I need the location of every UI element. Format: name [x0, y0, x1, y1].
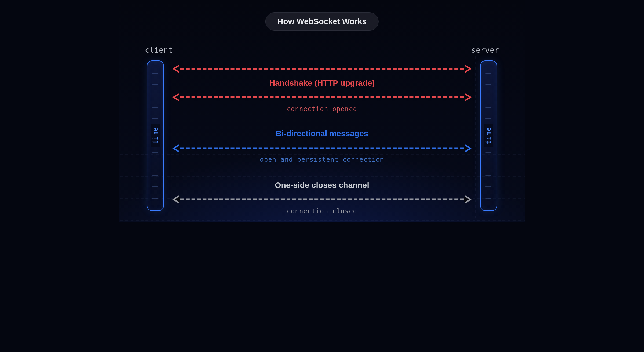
close-sub: connection closed	[172, 207, 472, 215]
client-label: client	[145, 46, 173, 55]
arrow-right-icon	[465, 195, 472, 204]
server-timebar-label: time	[484, 124, 493, 147]
bidir-sub: open and persistent connection	[172, 156, 472, 163]
arrow-right-icon	[465, 93, 472, 102]
bidir-title: Bi-directional messages	[172, 129, 472, 138]
close-arrow	[172, 193, 472, 206]
arrow-right-icon	[465, 144, 472, 153]
client-timebar-label: time	[151, 124, 160, 147]
arrow-right-icon	[465, 64, 472, 73]
arrow-left-icon	[172, 93, 179, 102]
handshake-arrow-2	[172, 91, 472, 104]
server-timebar: time	[480, 60, 497, 211]
close-title: One-side closes channel	[172, 181, 472, 190]
arrow-left-icon	[172, 144, 179, 153]
arrow-left-icon	[172, 64, 179, 73]
client-timebar: time	[147, 60, 164, 211]
handshake-title: Handshake (HTTP upgrade)	[172, 78, 472, 88]
bidir-arrow	[172, 142, 472, 155]
diagram-title: How WebSocket Works	[265, 12, 379, 31]
websocket-diagram: How WebSocket Works client server time t…	[119, 0, 525, 222]
handshake-sub: connection opened	[172, 105, 472, 113]
server-label: server	[471, 46, 499, 55]
handshake-arrow-1	[172, 62, 472, 75]
arrow-left-icon	[172, 195, 179, 204]
